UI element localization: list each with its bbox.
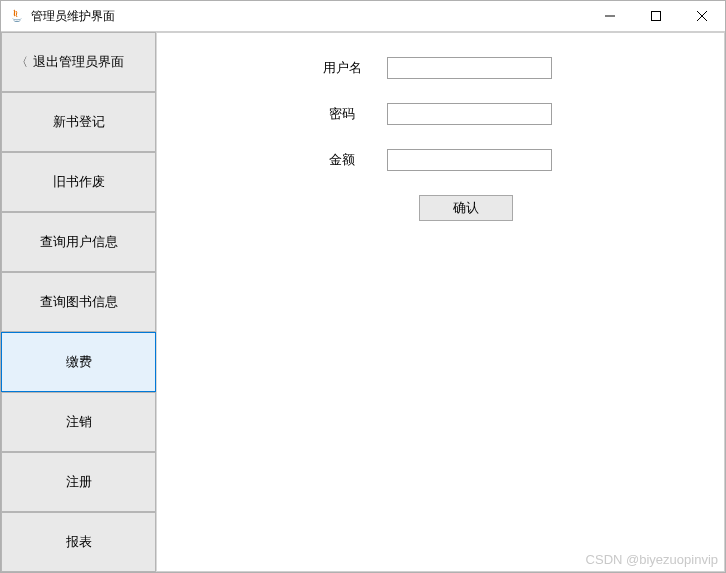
main-panel: 用户名 密码 金额 确认 bbox=[156, 32, 725, 572]
sidebar-item-label: 新书登记 bbox=[53, 113, 105, 131]
sidebar-item-register[interactable]: 注册 bbox=[1, 452, 156, 512]
close-button[interactable] bbox=[679, 1, 725, 31]
sidebar: 〈 退出管理员界面 新书登记 旧书作废 查询用户信息 查询图书信息 缴费 注销 bbox=[1, 32, 156, 572]
sidebar-item-label: 报表 bbox=[66, 533, 92, 551]
sidebar-item-label: 缴费 bbox=[66, 353, 92, 371]
sidebar-item-label: 退出管理员界面 bbox=[33, 53, 124, 71]
window-controls bbox=[587, 1, 725, 31]
java-app-icon bbox=[9, 8, 25, 24]
svg-rect-1 bbox=[652, 12, 661, 21]
sidebar-item-label: 查询用户信息 bbox=[40, 233, 118, 251]
titlebar: 管理员维护界面 bbox=[1, 1, 725, 32]
sidebar-item-label: 注销 bbox=[66, 413, 92, 431]
sidebar-item-old-book-void[interactable]: 旧书作废 bbox=[1, 152, 156, 212]
app-window: 管理员维护界面 〈 退出管理员界面 新书登记 旧书作废 bbox=[0, 0, 726, 573]
sidebar-item-query-book[interactable]: 查询图书信息 bbox=[1, 272, 156, 332]
password-label: 密码 bbox=[297, 105, 387, 123]
username-input[interactable] bbox=[387, 57, 552, 79]
minimize-button[interactable] bbox=[587, 1, 633, 31]
form-row-amount: 金额 bbox=[157, 149, 724, 171]
sidebar-item-new-book[interactable]: 新书登记 bbox=[1, 92, 156, 152]
sidebar-item-payment[interactable]: 缴费 bbox=[1, 332, 156, 392]
password-input[interactable] bbox=[387, 103, 552, 125]
confirm-row: 确认 bbox=[157, 195, 724, 221]
sidebar-item-label: 注册 bbox=[66, 473, 92, 491]
form-row-password: 密码 bbox=[157, 103, 724, 125]
amount-input[interactable] bbox=[387, 149, 552, 171]
form-row-username: 用户名 bbox=[157, 57, 724, 79]
sidebar-item-label: 查询图书信息 bbox=[40, 293, 118, 311]
sidebar-item-unregister[interactable]: 注销 bbox=[1, 392, 156, 452]
sidebar-item-label: 旧书作废 bbox=[53, 173, 105, 191]
sidebar-item-exit-admin[interactable]: 〈 退出管理员界面 bbox=[1, 32, 156, 92]
sidebar-item-report[interactable]: 报表 bbox=[1, 512, 156, 572]
sidebar-item-query-user[interactable]: 查询用户信息 bbox=[1, 212, 156, 272]
username-label: 用户名 bbox=[297, 59, 387, 77]
confirm-button[interactable]: 确认 bbox=[419, 195, 513, 221]
client-area: 〈 退出管理员界面 新书登记 旧书作废 查询用户信息 查询图书信息 缴费 注销 bbox=[1, 32, 725, 572]
chevron-left-icon: 〈 bbox=[16, 54, 28, 71]
amount-label: 金额 bbox=[297, 151, 387, 169]
maximize-button[interactable] bbox=[633, 1, 679, 31]
window-title: 管理员维护界面 bbox=[31, 8, 587, 25]
